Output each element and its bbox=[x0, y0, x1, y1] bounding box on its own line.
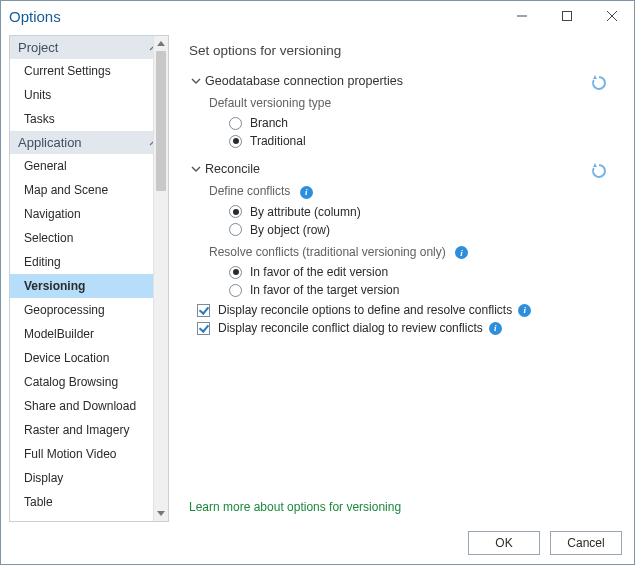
svg-marker-4 bbox=[593, 75, 597, 79]
radio-icon bbox=[229, 223, 242, 236]
sidebar-item-raster-imagery[interactable]: Raster and Imagery bbox=[10, 418, 168, 442]
maximize-button[interactable] bbox=[544, 1, 589, 31]
sidebar-header-application[interactable]: Application bbox=[10, 131, 168, 154]
titlebar: Options bbox=[1, 1, 634, 31]
radio-label: In favor of the target version bbox=[250, 283, 399, 297]
close-icon bbox=[607, 11, 617, 21]
minimize-button[interactable] bbox=[499, 1, 544, 31]
resolve-conflicts-label: Resolve conflicts (traditional versionin… bbox=[209, 245, 614, 260]
radio-icon bbox=[229, 266, 242, 279]
section-header-geodatabase[interactable]: Geodatabase connection properties bbox=[189, 74, 614, 88]
radio-label: By object (row) bbox=[250, 223, 330, 237]
check-display-options[interactable]: Display reconcile options to define and … bbox=[197, 303, 614, 317]
sidebar-scrollbar[interactable] bbox=[153, 36, 168, 521]
section-title: Geodatabase connection properties bbox=[205, 74, 403, 88]
sidebar-item-display[interactable]: Display bbox=[10, 466, 168, 490]
checkbox-icon bbox=[197, 304, 210, 317]
reset-icon bbox=[590, 74, 608, 92]
radio-label: By attribute (column) bbox=[250, 205, 361, 219]
radio-label: Traditional bbox=[250, 134, 306, 148]
main-panel: Set options for versioning Geodatabase c… bbox=[169, 35, 626, 522]
sidebar-item-units[interactable]: Units bbox=[10, 83, 168, 107]
info-icon[interactable]: i bbox=[518, 304, 531, 317]
sidebar-item-layout[interactable]: Layout bbox=[10, 514, 168, 521]
radio-icon bbox=[229, 117, 242, 130]
cancel-button[interactable]: Cancel bbox=[550, 531, 622, 555]
radio-traditional[interactable]: Traditional bbox=[229, 134, 614, 148]
sidebar-scroll[interactable]: Project Current Settings Units Tasks App… bbox=[10, 36, 168, 521]
sidebar-item-current-settings[interactable]: Current Settings bbox=[10, 59, 168, 83]
radio-icon bbox=[229, 135, 242, 148]
page-heading: Set options for versioning bbox=[189, 43, 614, 58]
check-label: Display reconcile options to define and … bbox=[218, 303, 512, 317]
window-title: Options bbox=[9, 8, 499, 25]
sidebar-item-versioning[interactable]: Versioning bbox=[10, 274, 168, 298]
options-dialog: Options Project Current Set bbox=[0, 0, 635, 565]
radio-label: In favor of the edit version bbox=[250, 265, 388, 279]
svg-rect-1 bbox=[562, 12, 571, 21]
sidebar-item-share-download[interactable]: Share and Download bbox=[10, 394, 168, 418]
radio-branch[interactable]: Branch bbox=[229, 116, 614, 130]
check-label: Display reconcile conflict dialog to rev… bbox=[218, 321, 483, 335]
scroll-thumb[interactable] bbox=[156, 51, 166, 191]
minimize-icon bbox=[517, 11, 527, 21]
sidebar-header-label: Project bbox=[18, 40, 58, 55]
sidebar-item-general[interactable]: General bbox=[10, 154, 168, 178]
sidebar-item-table[interactable]: Table bbox=[10, 490, 168, 514]
info-icon[interactable]: i bbox=[455, 246, 468, 259]
sidebar-item-catalog-browsing[interactable]: Catalog Browsing bbox=[10, 370, 168, 394]
ok-button[interactable]: OK bbox=[468, 531, 540, 555]
sidebar-item-selection[interactable]: Selection bbox=[10, 226, 168, 250]
svg-marker-5 bbox=[593, 163, 597, 167]
sidebar-item-tasks[interactable]: Tasks bbox=[10, 107, 168, 131]
radio-icon bbox=[229, 205, 242, 218]
sidebar-item-full-motion-video[interactable]: Full Motion Video bbox=[10, 442, 168, 466]
dialog-footer: OK Cancel bbox=[1, 522, 634, 564]
reset-geodatabase-button[interactable] bbox=[588, 72, 610, 94]
radio-favor-edit[interactable]: In favor of the edit version bbox=[229, 265, 614, 279]
close-button[interactable] bbox=[589, 1, 634, 31]
reset-reconcile-button[interactable] bbox=[588, 160, 610, 182]
sidebar-item-device-location[interactable]: Device Location bbox=[10, 346, 168, 370]
radio-label: Branch bbox=[250, 116, 288, 130]
define-conflicts-label: Define conflicts i bbox=[209, 184, 614, 199]
section-reconcile: Reconcile Define conflicts i By at bbox=[189, 162, 614, 335]
scroll-down-icon[interactable] bbox=[154, 506, 168, 521]
section-header-reconcile[interactable]: Reconcile bbox=[189, 162, 614, 176]
scroll-track[interactable] bbox=[154, 51, 168, 506]
checkbox-icon bbox=[197, 322, 210, 335]
radio-icon bbox=[229, 284, 242, 297]
dialog-body: Project Current Settings Units Tasks App… bbox=[1, 31, 634, 522]
reset-icon bbox=[590, 162, 608, 180]
section-title: Reconcile bbox=[205, 162, 260, 176]
learn-more-link[interactable]: Learn more about options for versioning bbox=[189, 500, 401, 514]
radio-favor-target[interactable]: In favor of the target version bbox=[229, 283, 614, 297]
sidebar-header-label: Application bbox=[18, 135, 82, 150]
section-geodatabase: Geodatabase connection properties Defaul… bbox=[189, 74, 614, 148]
chevron-down-icon bbox=[189, 166, 203, 172]
info-icon[interactable]: i bbox=[300, 186, 313, 199]
sidebar: Project Current Settings Units Tasks App… bbox=[9, 35, 169, 522]
radio-by-attribute[interactable]: By attribute (column) bbox=[229, 205, 614, 219]
sidebar-header-project[interactable]: Project bbox=[10, 36, 168, 59]
sidebar-item-navigation[interactable]: Navigation bbox=[10, 202, 168, 226]
info-icon[interactable]: i bbox=[489, 322, 502, 335]
scroll-up-icon[interactable] bbox=[154, 36, 168, 51]
sidebar-item-geoprocessing[interactable]: Geoprocessing bbox=[10, 298, 168, 322]
sidebar-item-map-scene[interactable]: Map and Scene bbox=[10, 178, 168, 202]
default-type-label: Default versioning type bbox=[209, 96, 614, 110]
sidebar-item-modelbuilder[interactable]: ModelBuilder bbox=[10, 322, 168, 346]
chevron-down-icon bbox=[189, 78, 203, 84]
check-display-dialog[interactable]: Display reconcile conflict dialog to rev… bbox=[197, 321, 614, 335]
sidebar-item-editing[interactable]: Editing bbox=[10, 250, 168, 274]
radio-by-object[interactable]: By object (row) bbox=[229, 223, 614, 237]
maximize-icon bbox=[562, 11, 572, 21]
